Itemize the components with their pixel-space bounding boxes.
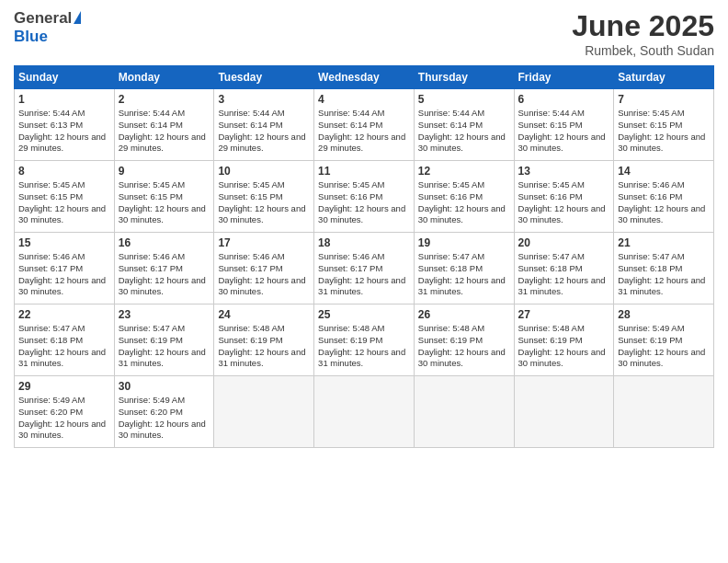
day-info: Sunrise: 5:49 AM Sunset: 6:20 PM Dayligh… [18, 395, 110, 442]
day-info: Sunrise: 5:46 AM Sunset: 6:17 PM Dayligh… [318, 251, 410, 298]
day-number: 29 [18, 380, 110, 393]
day-cell: 2Sunrise: 5:44 AM Sunset: 6:14 PM Daylig… [114, 89, 214, 161]
day-cell: 18Sunrise: 5:46 AM Sunset: 6:17 PM Dayli… [314, 233, 415, 304]
day-number: 27 [518, 308, 610, 321]
day-number: 23 [119, 308, 210, 321]
day-cell [614, 376, 714, 448]
day-number: 28 [618, 308, 710, 321]
day-cell: 5Sunrise: 5:44 AM Sunset: 6:14 PM Daylig… [414, 89, 514, 161]
weekday-header-friday: Friday [514, 66, 614, 89]
month-title: June 2025 [572, 9, 714, 43]
day-cell: 13Sunrise: 5:45 AM Sunset: 6:16 PM Dayli… [514, 161, 614, 233]
title-section: June 2025 Rumbek, South Sudan [572, 9, 714, 58]
day-info: Sunrise: 5:44 AM Sunset: 6:14 PM Dayligh… [119, 108, 210, 155]
day-info: Sunrise: 5:48 AM Sunset: 6:19 PM Dayligh… [218, 323, 310, 370]
day-number: 14 [618, 165, 710, 178]
day-number: 9 [119, 165, 210, 178]
day-info: Sunrise: 5:47 AM Sunset: 6:19 PM Dayligh… [119, 323, 210, 370]
day-info: Sunrise: 5:45 AM Sunset: 6:15 PM Dayligh… [119, 179, 210, 226]
day-info: Sunrise: 5:46 AM Sunset: 6:17 PM Dayligh… [119, 251, 210, 298]
day-cell: 17Sunrise: 5:46 AM Sunset: 6:17 PM Dayli… [214, 233, 314, 304]
week-row-0: 1Sunrise: 5:44 AM Sunset: 6:13 PM Daylig… [15, 89, 714, 161]
weekday-header-row: SundayMondayTuesdayWednesdayThursdayFrid… [15, 66, 714, 89]
day-cell: 15Sunrise: 5:46 AM Sunset: 6:17 PM Dayli… [15, 233, 115, 304]
day-cell: 23Sunrise: 5:47 AM Sunset: 6:19 PM Dayli… [114, 304, 214, 376]
day-info: Sunrise: 5:45 AM Sunset: 6:16 PM Dayligh… [518, 179, 610, 226]
day-cell: 1Sunrise: 5:44 AM Sunset: 6:13 PM Daylig… [15, 89, 115, 161]
day-number: 25 [318, 308, 410, 321]
day-number: 10 [218, 165, 310, 178]
day-info: Sunrise: 5:45 AM Sunset: 6:15 PM Dayligh… [218, 179, 310, 226]
day-cell: 25Sunrise: 5:48 AM Sunset: 6:19 PM Dayli… [314, 304, 415, 376]
day-number: 11 [318, 165, 410, 178]
weekday-header-wednesday: Wednesday [314, 66, 415, 89]
calendar-page: General Blue June 2025 Rumbek, South Sud… [0, 0, 728, 563]
day-info: Sunrise: 5:45 AM Sunset: 6:15 PM Dayligh… [18, 179, 110, 226]
day-cell: 21Sunrise: 5:47 AM Sunset: 6:18 PM Dayli… [614, 233, 714, 304]
day-number: 1 [18, 93, 110, 106]
day-cell: 9Sunrise: 5:45 AM Sunset: 6:15 PM Daylig… [114, 161, 214, 233]
day-cell: 22Sunrise: 5:47 AM Sunset: 6:18 PM Dayli… [15, 304, 115, 376]
day-info: Sunrise: 5:49 AM Sunset: 6:19 PM Dayligh… [618, 323, 710, 370]
day-number: 26 [418, 308, 510, 321]
weekday-header-monday: Monday [114, 66, 214, 89]
weekday-header-thursday: Thursday [414, 66, 514, 89]
day-info: Sunrise: 5:44 AM Sunset: 6:15 PM Dayligh… [518, 108, 610, 155]
day-number: 19 [418, 236, 510, 249]
day-cell: 3Sunrise: 5:44 AM Sunset: 6:14 PM Daylig… [214, 89, 314, 161]
day-cell: 26Sunrise: 5:48 AM Sunset: 6:19 PM Dayli… [414, 304, 514, 376]
day-info: Sunrise: 5:47 AM Sunset: 6:18 PM Dayligh… [618, 251, 710, 298]
day-info: Sunrise: 5:44 AM Sunset: 6:14 PM Dayligh… [418, 108, 510, 155]
day-cell: 6Sunrise: 5:44 AM Sunset: 6:15 PM Daylig… [514, 89, 614, 161]
day-cell: 29Sunrise: 5:49 AM Sunset: 6:20 PM Dayli… [15, 376, 115, 448]
day-info: Sunrise: 5:46 AM Sunset: 6:16 PM Dayligh… [618, 179, 710, 226]
day-number: 6 [518, 93, 610, 106]
day-info: Sunrise: 5:45 AM Sunset: 6:16 PM Dayligh… [418, 179, 510, 226]
day-number: 13 [518, 165, 610, 178]
day-info: Sunrise: 5:44 AM Sunset: 6:14 PM Dayligh… [318, 108, 410, 155]
week-row-4: 29Sunrise: 5:49 AM Sunset: 6:20 PM Dayli… [15, 376, 714, 448]
day-cell: 27Sunrise: 5:48 AM Sunset: 6:19 PM Dayli… [514, 304, 614, 376]
day-cell: 19Sunrise: 5:47 AM Sunset: 6:18 PM Dayli… [414, 233, 514, 304]
day-cell: 11Sunrise: 5:45 AM Sunset: 6:16 PM Dayli… [314, 161, 415, 233]
day-info: Sunrise: 5:48 AM Sunset: 6:19 PM Dayligh… [318, 323, 410, 370]
day-cell [214, 376, 314, 448]
day-cell: 28Sunrise: 5:49 AM Sunset: 6:19 PM Dayli… [614, 304, 714, 376]
day-number: 8 [18, 165, 110, 178]
day-number: 5 [418, 93, 510, 106]
day-info: Sunrise: 5:49 AM Sunset: 6:20 PM Dayligh… [119, 395, 210, 442]
day-number: 30 [119, 380, 210, 393]
day-number: 15 [18, 236, 110, 249]
day-info: Sunrise: 5:45 AM Sunset: 6:15 PM Dayligh… [618, 108, 710, 155]
day-number: 18 [318, 236, 410, 249]
day-cell: 7Sunrise: 5:45 AM Sunset: 6:15 PM Daylig… [614, 89, 714, 161]
day-number: 20 [518, 236, 610, 249]
day-info: Sunrise: 5:48 AM Sunset: 6:19 PM Dayligh… [518, 323, 610, 370]
day-number: 2 [119, 93, 210, 106]
day-cell: 12Sunrise: 5:45 AM Sunset: 6:16 PM Dayli… [414, 161, 514, 233]
day-cell: 10Sunrise: 5:45 AM Sunset: 6:15 PM Dayli… [214, 161, 314, 233]
logo-triangle-icon [74, 11, 81, 24]
day-cell [514, 376, 614, 448]
day-cell: 16Sunrise: 5:46 AM Sunset: 6:17 PM Dayli… [114, 233, 214, 304]
day-info: Sunrise: 5:46 AM Sunset: 6:17 PM Dayligh… [18, 251, 110, 298]
day-number: 24 [218, 308, 310, 321]
calendar-table: SundayMondayTuesdayWednesdayThursdayFrid… [14, 65, 714, 448]
day-number: 22 [18, 308, 110, 321]
day-number: 3 [218, 93, 310, 106]
day-info: Sunrise: 5:46 AM Sunset: 6:17 PM Dayligh… [218, 251, 310, 298]
day-cell [314, 376, 415, 448]
day-number: 21 [618, 236, 710, 249]
weekday-header-sunday: Sunday [15, 66, 115, 89]
day-cell: 14Sunrise: 5:46 AM Sunset: 6:16 PM Dayli… [614, 161, 714, 233]
weekday-header-saturday: Saturday [614, 66, 714, 89]
day-number: 16 [119, 236, 210, 249]
day-number: 4 [318, 93, 410, 106]
header: General Blue June 2025 Rumbek, South Sud… [14, 9, 714, 58]
day-number: 7 [618, 93, 710, 106]
day-cell: 8Sunrise: 5:45 AM Sunset: 6:15 PM Daylig… [15, 161, 115, 233]
day-info: Sunrise: 5:47 AM Sunset: 6:18 PM Dayligh… [418, 251, 510, 298]
day-info: Sunrise: 5:47 AM Sunset: 6:18 PM Dayligh… [518, 251, 610, 298]
weekday-header-tuesday: Tuesday [214, 66, 314, 89]
logo: General Blue [14, 9, 81, 46]
